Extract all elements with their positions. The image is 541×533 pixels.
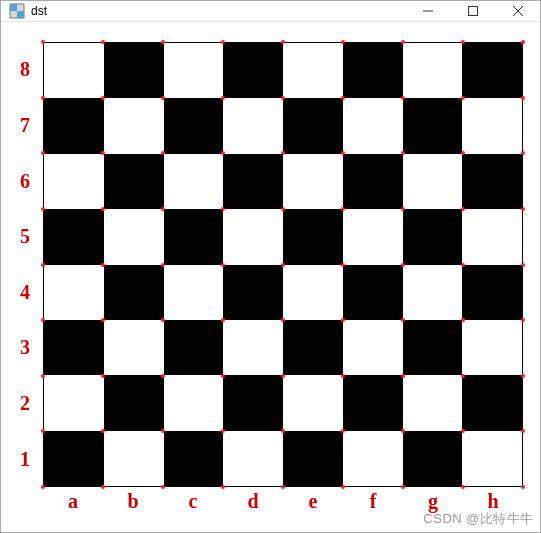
board-square	[283, 320, 343, 375]
corner-dot	[341, 485, 345, 489]
corner-dot	[221, 96, 225, 100]
corner-dot	[341, 96, 345, 100]
corner-dot	[461, 96, 465, 100]
corner-dot	[41, 40, 45, 44]
board-square	[44, 375, 104, 430]
corner-dot	[281, 374, 285, 378]
corner-dot	[521, 263, 525, 267]
board-square	[104, 320, 164, 375]
rank-label: 3	[20, 320, 30, 376]
corner-dot	[401, 374, 405, 378]
corner-dot	[281, 207, 285, 211]
corner-dot	[101, 207, 105, 211]
board-square	[283, 154, 343, 209]
close-button[interactable]	[495, 1, 540, 21]
app-icon	[9, 3, 25, 19]
window-title: dst	[31, 4, 405, 18]
board-square	[164, 154, 224, 209]
file-label: g	[403, 490, 463, 513]
rank-label: 8	[20, 42, 30, 98]
corner-dot	[521, 40, 525, 44]
board-square	[343, 209, 403, 264]
app-window: dst 87654321 abcdefgh CSDN @比特牛牛	[0, 0, 541, 533]
corner-dot	[221, 40, 225, 44]
rank-label: 5	[20, 209, 30, 265]
board-square	[343, 375, 403, 430]
board-square	[164, 209, 224, 264]
corner-dot	[281, 485, 285, 489]
file-label: f	[343, 490, 403, 513]
board-square	[462, 375, 522, 430]
board-square	[403, 154, 463, 209]
image-viewport: 87654321 abcdefgh CSDN @比特牛牛	[1, 22, 540, 532]
board-square	[343, 431, 403, 486]
board-square	[343, 320, 403, 375]
maximize-button[interactable]	[450, 1, 495, 21]
board-square	[104, 98, 164, 153]
corner-dot	[461, 374, 465, 378]
board-square	[343, 43, 403, 98]
file-label: c	[163, 490, 223, 513]
corner-dot	[521, 151, 525, 155]
corner-dot	[161, 263, 165, 267]
corner-dot	[161, 40, 165, 44]
corner-dot	[461, 40, 465, 44]
board-square	[462, 320, 522, 375]
board-square	[223, 154, 283, 209]
rank-label: 1	[20, 431, 30, 487]
corner-dot	[161, 374, 165, 378]
file-label: h	[463, 490, 523, 513]
board-square	[223, 98, 283, 153]
board-square	[223, 209, 283, 264]
minimize-button[interactable]	[405, 1, 450, 21]
corner-dot	[221, 485, 225, 489]
board-square	[403, 98, 463, 153]
board-square	[164, 265, 224, 320]
board-square	[403, 43, 463, 98]
svg-rect-1	[10, 4, 17, 11]
window-controls	[405, 1, 540, 21]
board-square	[462, 43, 522, 98]
corner-dot	[401, 96, 405, 100]
board-square	[283, 98, 343, 153]
board-square	[44, 431, 104, 486]
board-square	[403, 375, 463, 430]
board-square	[403, 320, 463, 375]
board-square	[223, 431, 283, 486]
corner-dot	[281, 96, 285, 100]
board-square	[44, 43, 104, 98]
file-labels: abcdefgh	[43, 490, 523, 513]
board-square	[164, 98, 224, 153]
corner-dot	[461, 207, 465, 211]
titlebar[interactable]: dst	[1, 1, 540, 22]
board-square	[104, 265, 164, 320]
corner-dot	[341, 207, 345, 211]
corner-dot	[281, 40, 285, 44]
board-square	[44, 98, 104, 153]
corner-dot	[41, 263, 45, 267]
corner-dot	[521, 207, 525, 211]
board-square	[44, 154, 104, 209]
corner-dot	[461, 485, 465, 489]
corner-dot	[41, 485, 45, 489]
corner-dot	[101, 96, 105, 100]
corner-dot	[341, 40, 345, 44]
chessboard-image: 87654321 abcdefgh	[8, 32, 528, 522]
board-square	[223, 265, 283, 320]
board-square	[104, 431, 164, 486]
board-square	[164, 431, 224, 486]
board-square	[343, 154, 403, 209]
corner-dot	[341, 374, 345, 378]
board-square	[403, 209, 463, 264]
board-square	[343, 265, 403, 320]
corner-dot	[521, 485, 525, 489]
rank-label: 6	[20, 153, 30, 209]
file-label: a	[43, 490, 103, 513]
board-square	[462, 209, 522, 264]
board-square	[44, 265, 104, 320]
svg-rect-4	[468, 7, 477, 16]
corner-dot	[221, 263, 225, 267]
file-label: e	[283, 490, 343, 513]
rank-labels: 87654321	[20, 42, 30, 487]
rank-label: 4	[20, 265, 30, 321]
